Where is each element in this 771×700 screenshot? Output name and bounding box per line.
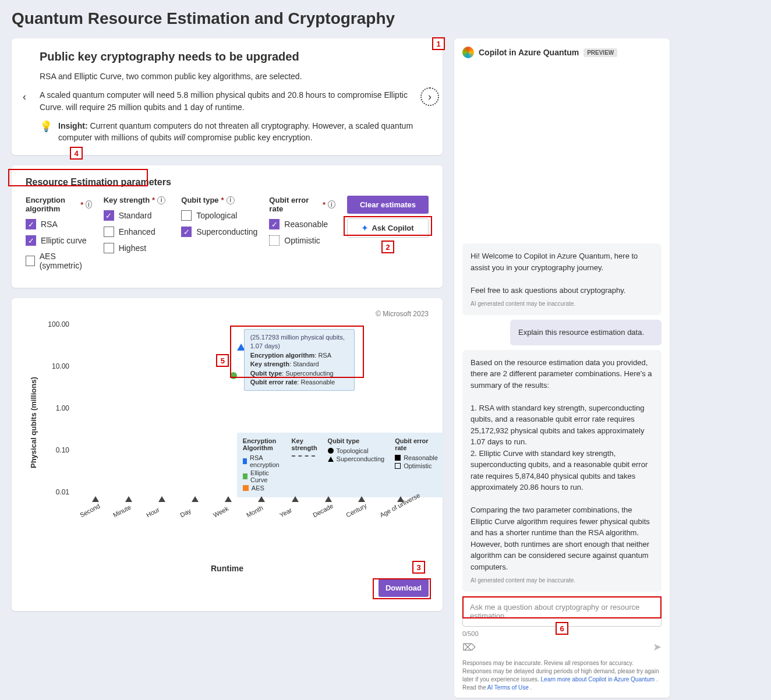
summary-line1: RSA and Elliptic Curve, two common publi… [40, 70, 415, 82]
plot-area: (25.17293 million physical qubits, 1.07 … [79, 318, 423, 499]
preview-badge: PREVIEW [583, 48, 617, 57]
checkbox-icon: ✓ [26, 235, 36, 246]
summary-heading: Public key cryptography needs to be upgr… [40, 50, 415, 63]
info-icon[interactable]: i [328, 200, 335, 208]
annotation-3: 3 [412, 561, 425, 574]
summary-line2: A scaled quantum computer will need 5.8 … [40, 89, 415, 113]
parameters-card: 4 Resource Estimation parameters Encrypt… [12, 165, 443, 288]
checkbox-icon [181, 210, 192, 221]
checkbox-err-optimistic[interactable]: Optimistic [269, 235, 335, 246]
checkbox-label: Standard [119, 211, 152, 220]
x-axis-title: Runtime [26, 564, 429, 573]
checkbox-icon: ✓ [104, 210, 114, 221]
checkbox-algo-rsa[interactable]: ✓RSA [26, 219, 92, 229]
param-label-key: Key strength [104, 196, 150, 204]
annotation-box-6 [462, 596, 662, 618]
checkbox-icon: ✓ [181, 227, 192, 237]
checkbox-key-standard[interactable]: ✓Standard [104, 210, 170, 221]
checkbox-icon [269, 235, 280, 246]
copilot-panel: Copilot in Azure Quantum PREVIEW Hi! Wel… [454, 38, 670, 698]
copilot-reply: Based on the resource estimation data yo… [462, 350, 662, 592]
param-col-error: Qubit error rate*i ✓ReasonableOptimistic [269, 196, 335, 276]
copilot-logo-icon [462, 47, 474, 58]
next-arrow[interactable]: › [420, 87, 439, 106]
checkbox-label: Topological [196, 211, 237, 220]
copilot-title: Copilot in Azure Quantum [479, 48, 579, 57]
annotation-4: 4 [70, 147, 83, 160]
checkbox-icon [26, 256, 35, 266]
y-axis-title: Physical qubits (millions) [26, 318, 38, 528]
copilot-fineprint: Responses may be inaccurate. Review all … [462, 659, 662, 692]
checkbox-label: Elliptic curve [41, 236, 87, 245]
copilot-welcome: Hi! Welcome to Copilot in Azure Quantum,… [462, 243, 662, 315]
learn-more-link[interactable]: Learn more about Copilot in Azure Quantu… [541, 676, 655, 683]
info-icon[interactable]: i [157, 196, 165, 204]
checkbox-icon [104, 227, 114, 237]
annotation-1: 1 [432, 37, 445, 50]
annotation-6: 6 [556, 622, 568, 635]
checkbox-qubit-superconducting[interactable]: ✓Superconducting [181, 227, 257, 237]
param-label-error: Qubit error rate [269, 196, 320, 213]
checkbox-algo-aes-symmetric-[interactable]: AES (symmetric) [26, 252, 92, 270]
y-ticks: 100.0010.001.000.100.01 [38, 318, 73, 499]
send-icon[interactable]: ➤ [653, 641, 662, 653]
checkbox-algo-elliptic-curve[interactable]: ✓Elliptic curve [26, 235, 92, 246]
checkbox-err-reasonable[interactable]: ✓Reasonable [269, 219, 335, 229]
clear-chat-icon[interactable]: ⌦ [462, 642, 476, 653]
checkbox-label: Enhanced [119, 227, 155, 236]
chart-legend: Encryption Algorithm RSA encryption Elli… [237, 433, 444, 497]
checkbox-label: AES (symmetric) [40, 252, 92, 270]
info-icon[interactable]: i [86, 200, 91, 208]
user-message: Explain this resource estimation data. [510, 320, 662, 345]
checkbox-label: Superconducting [196, 227, 257, 236]
param-col-qubit: Qubit type*i Topological✓Superconducting [181, 196, 257, 276]
checkbox-label: Highest [119, 243, 146, 253]
summary-card: ‹ › 1 Public key cryptography needs to b… [12, 38, 443, 155]
checkbox-icon: ✓ [269, 219, 280, 229]
chart-card: © Microsoft 2023 Physical qubits (millio… [12, 298, 443, 611]
summary-insight: Insight: Current quantum computers do no… [58, 120, 415, 144]
annotation-5: 5 [216, 354, 229, 367]
prev-arrow[interactable]: ‹ [15, 87, 34, 106]
param-label-algorithm: Encryption algorithm [26, 196, 78, 213]
checkbox-key-highest[interactable]: Highest [104, 243, 170, 253]
clear-estimates-button[interactable]: Clear estimates [347, 196, 429, 214]
checkbox-label: Reasonable [284, 220, 328, 229]
chart-copyright: © Microsoft 2023 [26, 310, 429, 318]
checkbox-icon: ✓ [26, 219, 36, 229]
checkbox-key-enhanced[interactable]: Enhanced [104, 227, 170, 237]
lightbulb-icon: 💡 [40, 121, 52, 132]
char-counter: 0/500 [462, 630, 479, 637]
checkbox-label: Optimistic [284, 236, 320, 245]
terms-link[interactable]: AI Terms of Use [487, 684, 529, 691]
info-icon[interactable]: i [227, 196, 235, 204]
checkbox-label: RSA [41, 220, 58, 229]
annotation-2: 2 [381, 241, 394, 253]
annotation-box-2 [344, 216, 432, 236]
param-col-key: Key strength*i ✓StandardEnhancedHighest [104, 196, 170, 276]
annotation-box-5 [230, 326, 364, 378]
annotation-box-4 [8, 169, 148, 186]
checkbox-qubit-topological[interactable]: Topological [181, 210, 257, 221]
page-title: Quantum Resource Estimation and Cryptogr… [12, 9, 759, 28]
annotation-box-3 [373, 578, 431, 599]
param-col-algorithm: Encryption algorithm*i ✓RSA✓Elliptic cur… [26, 196, 92, 276]
checkbox-icon [104, 243, 114, 253]
param-label-qubit: Qubit type [181, 196, 218, 204]
x-ticks: SecondMinuteHourDayWeekMonthYearDecadeCe… [79, 496, 423, 528]
